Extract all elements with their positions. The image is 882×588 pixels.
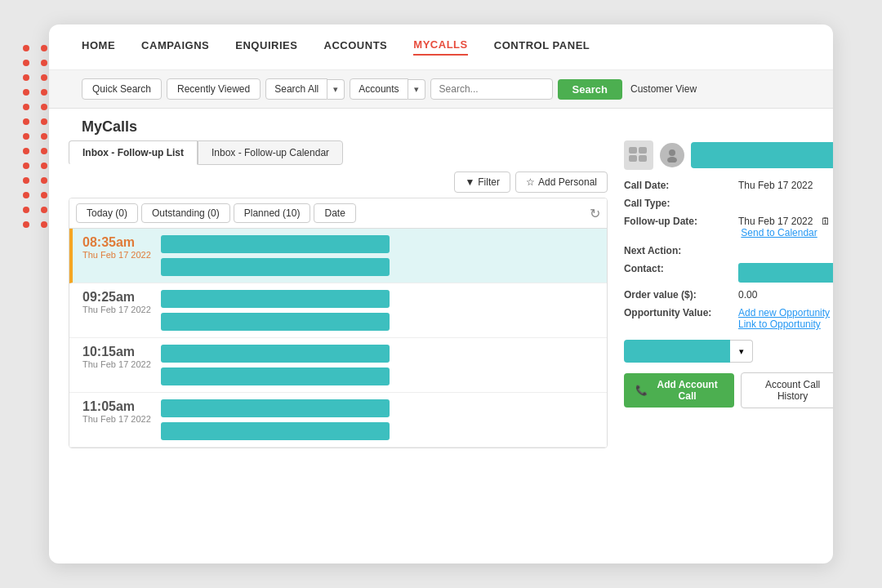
time-item-0[interactable]: 08:35am Thu Feb 17 2022 [69,229,607,283]
teal-bar-0a [161,235,390,253]
decorative-dot [41,192,47,198]
recently-viewed-btn[interactable]: Recently Viewed [167,78,261,100]
accounts-arrow[interactable]: ▾ [408,79,425,100]
decorative-dot [23,133,29,140]
avatar-icon [624,140,653,170]
order-value: 0.00 [738,289,833,301]
status-dropdown-arrow[interactable]: ▾ [730,340,753,363]
time-value-3: 11:05am [82,399,151,414]
page-title: MyCalls [49,109,833,140]
decorative-dot [23,192,29,198]
time-item-3[interactable]: 11:05am Thu Feb 17 2022 [69,393,607,448]
search-all-arrow[interactable]: ▾ [327,79,345,100]
time-date-3: Thu Feb 17 2022 [82,414,151,424]
decorative-dot [23,89,29,96]
customer-view-label[interactable]: Customer View [630,83,697,95]
accounts-dropdown: Accounts ▾ [350,78,425,100]
status-dropdown-value [624,340,730,363]
right-panel: Call Date: Thu Feb 17 2022 Call Type: Fo… [608,140,833,448]
time-value-2: 10:15am [82,345,151,359]
left-panel: Inbox - Follow-up List Inbox - Follow-up… [69,140,608,448]
followup-date-label: Follow-up Date: [624,216,738,238]
opportunity-label: Opportunity Value: [624,307,738,330]
decorative-dot [23,207,29,213]
time-bars-0 [161,235,597,276]
calendar-icon: 🗓 [821,216,831,227]
sub-tabs-row: Today (0) Outstanding (0) Planned (10) D… [69,198,607,229]
filter-button[interactable]: ▼ Filter [454,172,510,193]
content-area: Inbox - Follow-up List Inbox - Follow-up… [49,140,833,461]
link-to-opportunity-link[interactable]: Link to Opportunity [738,318,821,330]
time-col-0: 08:35am Thu Feb 17 2022 [82,235,151,260]
send-to-calendar-link[interactable]: Send to Calendar [741,227,817,238]
svg-rect-3 [639,155,647,162]
decorative-dot [41,60,47,66]
decorative-dot [41,148,47,154]
add-account-call-button[interactable]: 📞 Add Account Call [624,373,734,408]
teal-bar-1b [161,313,390,331]
teal-bar-1a [161,290,390,308]
decorative-dot [23,177,29,184]
decorative-dot [41,74,47,81]
call-date-value: Thu Feb 17 2022 [738,180,833,191]
time-item-1[interactable]: 09:25am Thu Feb 17 2022 [69,283,607,338]
decorative-dot [41,207,47,213]
search-input[interactable] [430,78,553,100]
order-value-label: Order value ($): [624,289,738,301]
teal-bar-2a [161,345,390,363]
nav-enquiries[interactable]: ENQUIRIES [235,39,297,55]
account-name-bar [691,142,833,168]
nav-home[interactable]: HOME [82,39,115,55]
svg-rect-0 [629,147,637,154]
time-date-2: Thu Feb 17 2022 [82,359,151,369]
user-avatar [660,143,684,167]
time-col-2: 10:15am Thu Feb 17 2022 [82,345,151,369]
decorative-dot [23,45,29,51]
detail-fields: Call Date: Thu Feb 17 2022 Call Type: Fo… [624,180,833,330]
sub-tab-date[interactable]: Date [314,203,355,223]
decorative-dot [41,89,47,96]
call-history-button[interactable]: Account Call History [741,372,833,408]
svg-point-4 [669,149,675,156]
nav-campaigns[interactable]: CAMPAIGNS [141,39,209,55]
accounts-label[interactable]: Accounts [350,78,408,100]
decorative-dot [23,163,29,169]
nav-mycalls[interactable]: MYCALLS [413,38,467,56]
decorative-dot [23,118,29,125]
add-personal-icon: ☆ [526,176,535,188]
search-button[interactable]: Search [558,79,622,100]
nav-control-panel[interactable]: CONTROL PANEL [494,39,590,55]
filter-icon: ▼ [465,176,474,188]
call-type-value [738,198,833,209]
search-all-label[interactable]: Search All [265,78,327,100]
time-bars-3 [161,399,597,440]
decorative-dot [41,104,47,110]
time-bars-2 [161,345,597,385]
contact-label: Contact: [624,263,738,283]
add-new-opportunity-link[interactable]: Add new Opportunity [738,307,830,318]
tab-followup-calendar[interactable]: Inbox - Follow-up Calendar [198,140,343,165]
decorative-dot [41,133,47,140]
opportunity-links: Add new Opportunity Link to Opportunity [738,307,833,330]
main-tabs-row: Inbox - Follow-up List Inbox - Follow-up… [69,140,608,165]
status-dropdown: ▾ [624,340,833,363]
sub-tab-today[interactable]: Today (0) [76,203,138,223]
followup-date-value: Thu Feb 17 2022 🗓 Send to Calendar [738,216,833,238]
time-item-2[interactable]: 10:15am Thu Feb 17 2022 [69,338,607,393]
tab-followup-list[interactable]: Inbox - Follow-up List [69,140,198,165]
decorative-dot [23,148,29,154]
decorative-dot [41,118,47,125]
time-value-1: 09:25am [82,290,151,305]
sub-tab-outstanding[interactable]: Outstanding (0) [141,203,230,223]
nav-accounts[interactable]: ACCOUNTS [323,39,387,55]
action-buttons-row: 📞 Add Account Call Account Call History [624,372,833,408]
sub-tab-planned[interactable]: Planned (10) [234,203,311,223]
add-personal-button[interactable]: ☆ Add Personal [515,172,608,193]
decorative-dot [41,221,47,228]
decorative-dot [23,104,29,110]
refresh-icon[interactable]: ↻ [590,206,600,221]
quick-search-btn[interactable]: Quick Search [82,78,162,100]
svg-rect-1 [639,147,647,154]
time-col-1: 09:25am Thu Feb 17 2022 [82,290,151,314]
main-tabs: Inbox - Follow-up List Inbox - Follow-up… [69,140,343,165]
